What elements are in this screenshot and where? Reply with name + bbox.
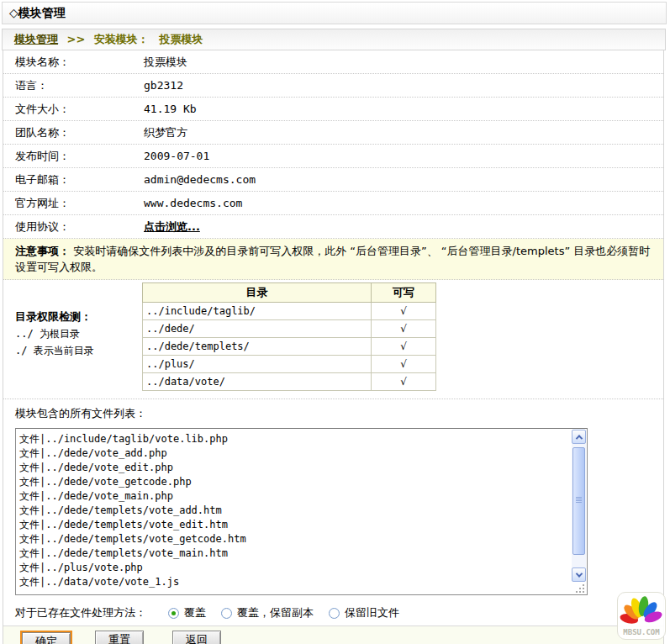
page-title: ◇模块管理 — [2, 2, 667, 24]
chevron-up-icon — [575, 435, 582, 441]
radio-keep-old-file-label[interactable]: 保留旧文件 — [345, 605, 399, 620]
radio-overwrite-keep-copy-label[interactable]: 覆盖，保留副本 — [237, 605, 314, 620]
field-label: 模块名称： — [15, 55, 144, 70]
writable-checkmark: √ — [372, 320, 436, 338]
field-value: www.dedecms.com — [144, 197, 242, 209]
field-value: 41.19 Kb — [144, 103, 197, 115]
writable-checkmark: √ — [372, 303, 436, 320]
field-value: admin@dedecms.com — [144, 173, 256, 186]
permission-hint-root: ../ 为根目录 — [15, 325, 142, 342]
permission-hint-current: ./ 表示当前目录 — [15, 342, 142, 359]
file-list-lines: 文件|../include/taglib/vote.lib.php文件|../d… — [16, 429, 587, 594]
file-line: 文件|../include/taglib/vote.lib.php — [19, 432, 568, 446]
field-row-module-name: 模块名称： 投票模块 — [3, 50, 663, 74]
file-line: 文件|../dede/vote_main.php — [19, 489, 568, 504]
scroll-down-button[interactable] — [572, 567, 586, 582]
breadcrumb-module-manage-link[interactable]: 模块管理 — [14, 33, 58, 45]
table-row: ../include/taglib/ √ — [143, 303, 436, 320]
watermark-text: MBSU.COM — [618, 628, 665, 636]
reset-button[interactable]: 重置 — [95, 631, 144, 644]
field-value: gb2312 — [144, 79, 183, 92]
field-row-team-name: 团队名称： 织梦官方 — [3, 121, 663, 145]
license-browse-link[interactable]: 点击浏览... — [144, 219, 200, 235]
column-header-directory: 目录 — [143, 283, 372, 303]
field-value: 投票模块 — [144, 55, 187, 70]
field-row-language: 语言： gb2312 — [3, 74, 663, 98]
field-row-file-size: 文件大小： 41.19 Kb — [3, 98, 663, 121]
thumb-grip-ridges — [576, 497, 582, 504]
scrollbar-thumb[interactable] — [572, 447, 585, 555]
field-label: 团队名称： — [15, 125, 144, 140]
file-line: 文件|../dede/templets/vote_edit.htm — [19, 518, 568, 532]
field-label: 使用协议： — [15, 219, 144, 235]
directory-path: ../dede/ — [143, 320, 372, 338]
field-value: 2009-07-01 — [144, 150, 209, 162]
field-value: 织梦官方 — [144, 125, 187, 140]
writable-checkmark: √ — [372, 356, 436, 373]
breadcrumb-separator: >> — [67, 33, 86, 45]
field-row-official-site: 官方网址： www.dedecms.com — [3, 192, 663, 215]
table-row: ../dede/ √ — [143, 320, 436, 338]
file-line: 文件|../dede/vote_getcode.php — [19, 475, 568, 489]
mbsu-watermark: MBSU.COM — [617, 592, 666, 640]
radio-overwrite-label[interactable]: 覆盖 — [184, 605, 206, 620]
back-button[interactable]: 返回 — [172, 631, 221, 644]
field-label: 官方网址： — [15, 196, 144, 211]
vertical-scrollbar[interactable] — [572, 430, 586, 582]
field-row-license: 使用协议： 点击浏览... — [3, 215, 663, 239]
resize-grip-icon[interactable] — [574, 583, 584, 593]
notice-label: 注意事项： — [15, 245, 70, 257]
table-row: ../data/vote/ √ — [143, 373, 436, 391]
directory-path: ../plus/ — [143, 356, 372, 373]
writable-checkmark: √ — [372, 338, 436, 356]
breadcrumb: 模块管理 >> 安装模块： 投票模块 — [2, 29, 666, 50]
table-row: ../plus/ √ — [143, 356, 436, 373]
field-row-email: 电子邮箱： admin@dedecms.com — [3, 168, 663, 192]
install-notice: 注意事项： 安装时请确保文件列表中涉及的目录前可写入权限，此外 “后台管理目录”… — [3, 239, 663, 280]
breadcrumb-action: 安装模块： — [94, 33, 149, 45]
overwrite-option-row: 对于已存在文件处理方法： 覆盖 覆盖，保留副本 保留旧文件 — [3, 600, 663, 626]
radio-overwrite[interactable] — [168, 608, 179, 619]
permission-check-section: 目录权限检测： ../ 为根目录 ./ 表示当前目录 目录 可写 ../incl… — [3, 280, 663, 399]
directory-path: ../dede/templets/ — [143, 338, 372, 356]
writable-checkmark: √ — [372, 373, 436, 391]
field-label: 发布时间： — [15, 149, 144, 164]
radio-keep-old-file[interactable] — [329, 608, 340, 619]
file-line: 文件|../plus/vote.php — [19, 561, 568, 575]
radio-overwrite-keep-copy[interactable] — [221, 608, 232, 619]
column-header-writable: 可写 — [372, 283, 436, 303]
field-row-release-date: 发布时间： 2009-07-01 — [3, 145, 663, 168]
field-label: 语言： — [15, 78, 144, 93]
field-label: 电子邮箱： — [15, 172, 144, 187]
file-line: 文件|../dede/templets/vote_main.htm — [19, 546, 568, 561]
chevron-down-icon — [575, 570, 582, 577]
module-install-form: 模块名称： 投票模块 语言： gb2312 文件大小： 41.19 Kb 团队名… — [3, 50, 664, 644]
permission-check-label-block: 目录权限检测： ../ 为根目录 ./ 表示当前目录 — [15, 282, 142, 391]
breadcrumb-module-name: 投票模块 — [159, 33, 203, 45]
form-buttons-row: 确定 重置 返回 — [3, 626, 663, 644]
file-list-textarea[interactable]: 文件|../include/taglib/vote.lib.php文件|../d… — [15, 428, 588, 595]
directory-path: ../data/vote/ — [143, 373, 372, 391]
directory-path: ../include/taglib/ — [143, 303, 372, 320]
file-line: 文件|../dede/templets/vote_getcode.htm — [19, 532, 568, 546]
permission-table: 目录 可写 ../include/taglib/ √ ../dede/ √ ..… — [142, 282, 436, 391]
file-list-label: 模块包含的所有文件列表： — [15, 406, 663, 421]
file-line: 文件|../dede/templets/vote_add.htm — [19, 504, 568, 518]
table-row: ../dede/templets/ √ — [143, 338, 436, 356]
overwrite-label: 对于已存在文件处理方法： — [15, 605, 146, 620]
ok-button[interactable]: 确定 — [22, 632, 71, 644]
notice-text: 安装时请确保文件列表中涉及的目录前可写入权限，此外 “后台管理目录”、 “后台管… — [15, 245, 650, 273]
file-line: 文件|../data/vote/vote_1.js — [19, 575, 568, 589]
scroll-up-button[interactable] — [572, 430, 586, 444]
file-line: 文件|../dede/vote_edit.php — [19, 461, 568, 475]
permission-table-header-row: 目录 可写 — [143, 283, 436, 303]
file-list-section: 模块包含的所有文件列表： 文件|../include/taglib/vote.l… — [3, 399, 663, 600]
permission-check-title: 目录权限检测： — [15, 309, 142, 325]
ok-button-focus-ring: 确定 — [20, 631, 72, 644]
file-line: 文件|../dede/vote_add.php — [19, 446, 568, 461]
peacock-logo-icon — [618, 593, 665, 628]
field-label: 文件大小： — [15, 102, 144, 117]
